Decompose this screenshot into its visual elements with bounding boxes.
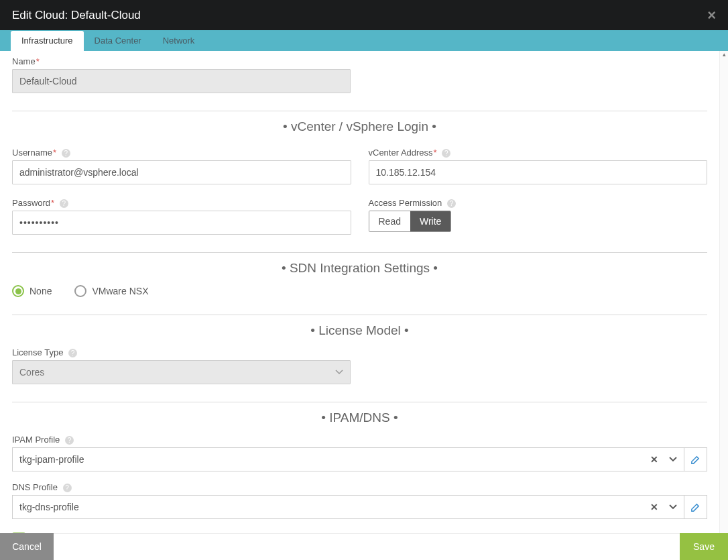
vcenter-address-input[interactable] xyxy=(369,160,708,184)
license-type-value: Cores xyxy=(19,367,44,378)
cancel-button[interactable]: Cancel xyxy=(0,533,54,560)
footer: Cancel Save xyxy=(0,533,728,560)
sdn-radio-group: None VMware NSX xyxy=(12,285,707,297)
sdn-nsx-radio[interactable]: VMware NSX xyxy=(74,285,148,297)
chevron-down-icon[interactable] xyxy=(669,504,677,510)
chevron-down-icon[interactable] xyxy=(669,457,677,462)
vertical-scrollbar[interactable] xyxy=(719,51,728,533)
section-license: License Model xyxy=(12,323,707,338)
access-permission-toggle: Read Write xyxy=(369,211,452,232)
section-sdn: SDN Integration Settings xyxy=(12,261,707,276)
dns-profile-label: DNS Profile ? xyxy=(12,482,707,492)
ipam-profile-field: tkg-ipam-profile ✕ xyxy=(12,447,707,471)
save-button[interactable]: Save xyxy=(680,533,728,560)
password-input[interactable] xyxy=(12,211,351,235)
password-label: Password* ? xyxy=(12,198,351,208)
license-type-label: License Type ? xyxy=(12,347,707,357)
vcenter-address-label: vCenter Address* ? xyxy=(369,148,708,158)
ipam-profile-edit-button[interactable] xyxy=(684,447,707,471)
section-vcenter-login: vCenter / vSphere Login xyxy=(12,119,707,134)
license-type-select[interactable]: Cores xyxy=(12,360,351,384)
tab-network[interactable]: Network xyxy=(152,31,206,51)
tab-strip: Infrastructure Data Center Network xyxy=(0,30,728,51)
chevron-down-icon xyxy=(335,370,343,375)
pencil-icon xyxy=(690,502,701,512)
form-scroll-area: Name* vCenter / vSphere Login Username* … xyxy=(0,51,719,533)
section-ipam-dns: IPAM/DNS xyxy=(12,410,707,425)
ipam-profile-label: IPAM Profile ? xyxy=(12,435,707,445)
titlebar: Edit Cloud: Default-Cloud × xyxy=(0,0,728,30)
dns-profile-edit-button[interactable] xyxy=(684,495,707,519)
help-icon[interactable]: ? xyxy=(63,484,72,492)
close-icon[interactable]: × xyxy=(707,7,716,24)
access-write-button[interactable]: Write xyxy=(410,211,450,231)
dns-profile-select[interactable]: tkg-dns-profile ✕ xyxy=(12,495,684,519)
access-permission-label: Access Permission ? xyxy=(369,198,708,208)
help-icon[interactable]: ? xyxy=(60,199,68,208)
help-icon[interactable]: ? xyxy=(447,199,456,208)
tab-data-center[interactable]: Data Center xyxy=(84,31,152,51)
help-icon[interactable]: ? xyxy=(65,436,74,445)
sdn-none-radio[interactable]: None xyxy=(12,285,52,297)
help-icon[interactable]: ? xyxy=(62,149,70,158)
clear-icon[interactable]: ✕ xyxy=(650,502,658,512)
dialog-title: Edit Cloud: Default-Cloud xyxy=(12,9,141,22)
clear-icon[interactable]: ✕ xyxy=(650,454,658,465)
name-input[interactable] xyxy=(12,69,351,93)
username-input[interactable] xyxy=(12,160,351,184)
dns-profile-value: tkg-dns-profile xyxy=(19,502,79,512)
radio-off-icon xyxy=(74,285,86,297)
radio-on-icon xyxy=(12,285,24,297)
name-label: Name* xyxy=(12,56,707,66)
dns-profile-field: tkg-dns-profile ✕ xyxy=(12,495,707,519)
username-label: Username* ? xyxy=(12,148,351,158)
ipam-profile-value: tkg-ipam-profile xyxy=(19,454,84,465)
access-read-button[interactable]: Read xyxy=(369,211,410,231)
help-icon[interactable]: ? xyxy=(68,349,77,357)
tab-infrastructure[interactable]: Infrastructure xyxy=(11,31,84,51)
help-icon[interactable]: ? xyxy=(442,149,450,158)
pencil-icon xyxy=(690,455,701,465)
ipam-profile-select[interactable]: tkg-ipam-profile ✕ xyxy=(12,447,684,471)
